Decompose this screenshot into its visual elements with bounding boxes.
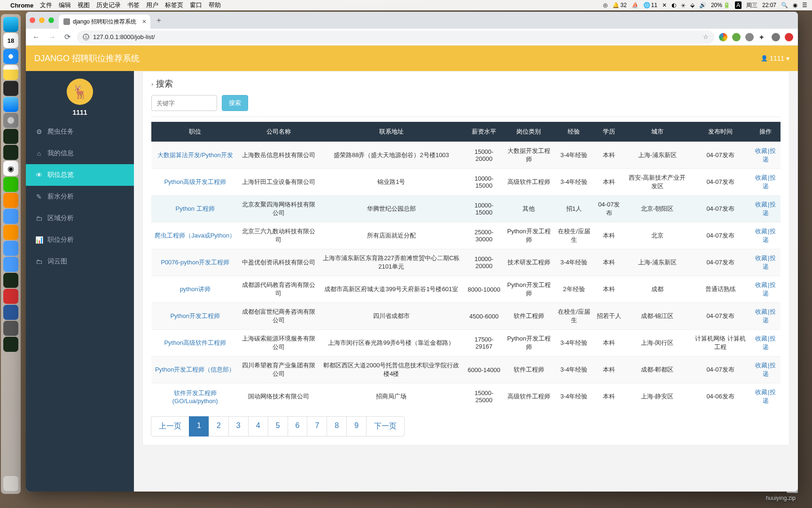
minimize-window-button[interactable]	[39, 17, 45, 23]
forward-button[interactable]: →	[47, 31, 58, 43]
menu-tabs[interactable]: 标签页	[165, 1, 183, 9]
job-title-link[interactable]: python讲师	[151, 276, 239, 303]
dock-finder[interactable]	[3, 17, 18, 32]
dock-app6[interactable]	[3, 321, 18, 336]
page-5[interactable]: 5	[268, 416, 288, 437]
page-9[interactable]: 9	[346, 416, 367, 437]
dock-launchpad[interactable]	[3, 81, 18, 96]
job-title-link[interactable]: Python开发工程师（信息部）	[151, 357, 239, 383]
spotlight-icon[interactable]: 🔍	[781, 2, 788, 8]
menu-user[interactable]: 用户	[146, 1, 158, 9]
battery-status[interactable]: 20%🔋	[711, 2, 730, 8]
status-icon4[interactable]: ✕	[662, 2, 667, 8]
reload-button[interactable]: ⟳	[62, 31, 72, 43]
job-title-link[interactable]: Python高级软件工程师	[151, 330, 239, 357]
menu-icon[interactable]: ☰	[802, 2, 807, 8]
sidebar-item-3[interactable]: ✎薪水分析	[26, 186, 134, 207]
dock-app4[interactable]	[3, 257, 18, 272]
wifi-icon[interactable]: ⬙	[690, 2, 695, 8]
page-3[interactable]: 3	[228, 416, 249, 437]
dock-pycharm[interactable]	[3, 129, 18, 144]
dock-safari[interactable]	[3, 49, 18, 64]
fav-link[interactable]: 收藏	[755, 389, 767, 396]
bluetooth-icon[interactable]: ⚹	[681, 2, 686, 8]
ext-icon[interactable]	[719, 33, 727, 41]
user-menu[interactable]: 1111 ▾	[761, 55, 789, 62]
notif-icon[interactable]: 🔔32	[612, 2, 626, 8]
dock-wechat[interactable]	[3, 177, 18, 192]
page-1[interactable]: 1	[189, 416, 209, 437]
extensions-button[interactable]: ✦	[758, 33, 767, 41]
dock-chrome[interactable]: ◉	[3, 161, 18, 176]
dock-word[interactable]	[3, 305, 18, 320]
status-icon2[interactable]: ⛵	[632, 2, 639, 8]
dock-notes[interactable]	[3, 65, 18, 80]
menu-file[interactable]: 文件	[40, 1, 52, 9]
fav-link[interactable]: 收藏	[755, 308, 767, 315]
fav-link[interactable]: 收藏	[755, 254, 767, 262]
fav-link[interactable]: 收藏	[755, 201, 767, 208]
menu-bookmarks[interactable]: 书签	[127, 1, 140, 9]
status-icon5[interactable]: ◐	[671, 2, 676, 8]
page-8[interactable]: 8	[327, 416, 347, 437]
menubar-app[interactable]: Chrome	[10, 2, 33, 9]
job-title-link[interactable]: Python高级开发工程师	[151, 169, 239, 196]
page-2[interactable]: 2	[209, 416, 229, 437]
dock-terminal[interactable]	[3, 145, 18, 160]
sidebar-item-1[interactable]: ⌂我的信息	[26, 143, 134, 164]
fav-link[interactable]: 收藏	[755, 147, 767, 154]
job-title-link[interactable]: P0076-python开发工程师	[151, 249, 239, 276]
tab-close-icon[interactable]: ✕	[142, 18, 147, 25]
fav-link[interactable]: 收藏	[755, 174, 767, 181]
dock-app3[interactable]	[3, 241, 18, 256]
fav-link[interactable]: 收藏	[755, 281, 767, 288]
menu-history[interactable]: 历史记录	[96, 1, 121, 9]
search-input[interactable]	[151, 95, 217, 111]
page-6[interactable]: 6	[288, 416, 308, 437]
menu-help[interactable]: 帮助	[209, 1, 221, 9]
site-info-icon[interactable]: ⓘ	[83, 34, 89, 40]
dock-trash[interactable]	[3, 476, 18, 491]
back-button[interactable]: ←	[31, 31, 42, 43]
close-window-button[interactable]	[30, 17, 35, 23]
page-next[interactable]: 下一页	[366, 416, 405, 437]
dock-wps[interactable]	[3, 289, 18, 304]
desktop-file-label[interactable]: huuiying.zip	[766, 495, 796, 501]
address-bar[interactable]: ⓘ 127.0.0.1:8000/job-list/ ☆	[77, 31, 714, 44]
volume-icon[interactable]: 🔊	[699, 2, 706, 8]
profile-icon[interactable]	[772, 33, 780, 41]
input-icon[interactable]: A	[735, 1, 742, 9]
status-icon3[interactable]: 🌐11	[643, 2, 657, 8]
sidebar-item-0[interactable]: ⚙爬虫任务	[26, 121, 134, 143]
job-title-link[interactable]: Python 工程师	[151, 196, 239, 222]
status-icon[interactable]: ◎	[603, 2, 608, 8]
job-title-link[interactable]: 爬虫工程师（Java或Python）	[151, 222, 239, 249]
dock-app2[interactable]	[3, 209, 18, 224]
browser-tab[interactable]: django 招聘职位推荐系统 ✕	[59, 15, 150, 29]
page-prev[interactable]: 上一页	[151, 416, 189, 437]
job-title-link[interactable]: Python开发工程师	[151, 303, 239, 330]
ext-icon[interactable]	[732, 33, 741, 41]
dock-appstore[interactable]	[3, 97, 18, 112]
menu-window[interactable]: 窗口	[190, 1, 202, 9]
search-heading[interactable]: › 搜索	[151, 78, 781, 89]
sidebar-item-2[interactable]: 👁职位总览	[26, 164, 134, 186]
menu-edit[interactable]: 编辑	[59, 1, 71, 9]
ext-icon[interactable]	[785, 33, 793, 41]
siri-icon[interactable]: ◉	[793, 2, 797, 8]
dock-settings[interactable]	[3, 113, 18, 128]
sidebar-item-5[interactable]: 📊职位分析	[26, 229, 134, 251]
fav-link[interactable]: 收藏	[755, 362, 767, 369]
fav-link[interactable]: 收藏	[755, 335, 767, 342]
dock-app7[interactable]	[3, 337, 18, 352]
dock-sublime[interactable]	[3, 225, 18, 240]
menu-view[interactable]: 视图	[78, 1, 90, 9]
maximize-window-button[interactable]	[48, 17, 54, 23]
dock-app1[interactable]	[3, 193, 18, 208]
fav-link[interactable]: 收藏	[755, 228, 767, 235]
new-tab-button[interactable]: ＋	[155, 16, 163, 25]
ext-icon[interactable]	[745, 33, 754, 41]
dock-calendar[interactable]: 18	[3, 33, 18, 48]
sidebar-item-4[interactable]: 🗀区域分析	[26, 207, 134, 229]
job-title-link[interactable]: 软件开发工程师(GO/Lua/python)	[151, 383, 239, 410]
